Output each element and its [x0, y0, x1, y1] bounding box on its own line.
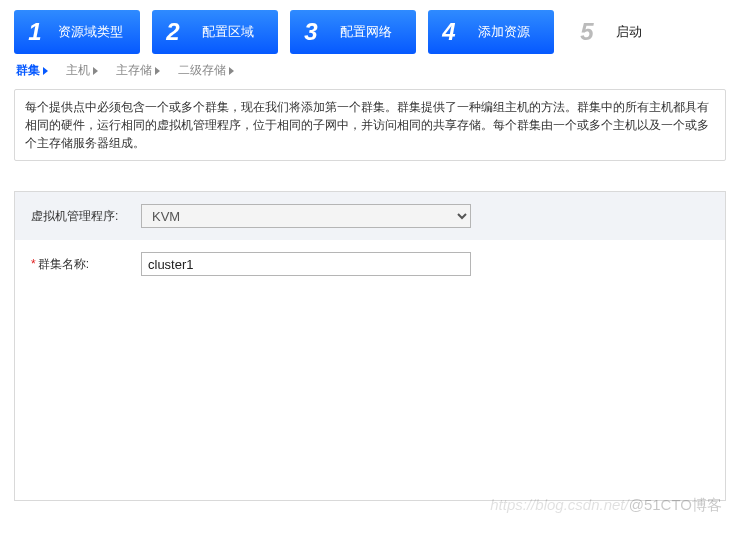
subtab-label: 主机 — [66, 62, 90, 79]
subtab-label: 二级存储 — [178, 62, 226, 79]
label-text: 群集名称: — [38, 257, 89, 271]
chevron-right-icon — [93, 67, 98, 75]
subtab-secondary-storage[interactable]: 二级存储 — [178, 62, 234, 79]
row-cluster-name: *群集名称: — [15, 240, 725, 288]
info-description: 每个提供点中必须包含一个或多个群集，现在我们将添加第一个群集。群集提供了一种编组… — [14, 89, 726, 161]
subtab-cluster[interactable]: 群集 — [16, 62, 48, 79]
required-mark: * — [31, 257, 36, 271]
step-configure-network[interactable]: 3 配置网络 — [290, 10, 416, 54]
step-label: 资源域类型 — [50, 25, 130, 40]
chevron-right-icon — [155, 67, 160, 75]
wizard-steps: 1 资源域类型 2 配置区域 3 配置网络 4 添加资源 5 启动 — [14, 10, 726, 54]
select-hypervisor[interactable]: KVM — [141, 204, 471, 228]
step-label: 配置网络 — [326, 25, 406, 40]
subtab-primary-storage[interactable]: 主存储 — [116, 62, 160, 79]
input-cluster-name[interactable] — [141, 252, 471, 276]
step-number: 3 — [296, 18, 326, 46]
label-cluster-name: *群集名称: — [31, 256, 141, 273]
step-label: 配置区域 — [188, 25, 268, 40]
cluster-form: 虚拟机管理程序: KVM *群集名称: — [14, 191, 726, 501]
row-hypervisor: 虚拟机管理程序: KVM — [15, 192, 725, 240]
chevron-right-icon — [229, 67, 234, 75]
step-add-resource[interactable]: 4 添加资源 — [428, 10, 554, 54]
step-number: 5 — [572, 18, 602, 46]
subtab-label: 群集 — [16, 62, 40, 79]
chevron-right-icon — [43, 67, 48, 75]
label-hypervisor: 虚拟机管理程序: — [31, 208, 141, 225]
subtab-label: 主存储 — [116, 62, 152, 79]
step-label: 启动 — [616, 25, 642, 40]
subtab-host[interactable]: 主机 — [66, 62, 98, 79]
step-number: 2 — [158, 18, 188, 46]
step-launch-disabled: 5 启动 — [566, 10, 652, 54]
step-number: 4 — [434, 18, 464, 46]
step-configure-zone[interactable]: 2 配置区域 — [152, 10, 278, 54]
step-resource-domain-type[interactable]: 1 资源域类型 — [14, 10, 140, 54]
step-number: 1 — [20, 18, 50, 46]
step-label: 添加资源 — [464, 25, 544, 40]
subtabs: 群集 主机 主存储 二级存储 — [14, 62, 726, 79]
